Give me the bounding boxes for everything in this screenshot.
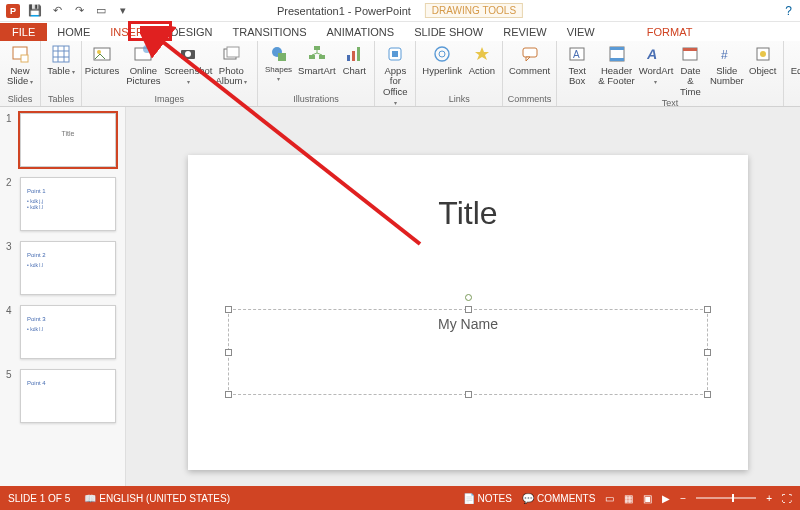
svg-rect-1 [21,55,28,62]
svg-text:A: A [573,49,580,60]
photo-album-button[interactable]: Photo Album [210,43,253,88]
slide-sorter-view-icon[interactable]: ▦ [624,493,633,504]
quick-access-toolbar: P 💾 ↶ ↷ ▭ ▾ [0,4,130,18]
comments-button[interactable]: 💬 COMMENTS [522,493,595,504]
svg-rect-36 [610,58,624,61]
zoom-slider[interactable] [696,497,756,499]
hyperlink-icon [432,44,452,64]
svg-point-28 [435,47,449,61]
shapes-button[interactable]: Shapes [262,43,296,85]
resize-handle[interactable] [704,306,711,313]
header-footer-button[interactable]: Header & Footer [595,43,638,88]
svg-rect-25 [357,47,360,61]
hyperlink-button[interactable]: Hyperlink [420,43,464,77]
screenshot-icon [178,44,198,64]
object-icon [753,44,773,64]
slide-editor[interactable]: Title My Name [126,107,800,486]
ribbon-group-images: Pictures Online Pictures Screenshot Phot… [82,41,258,106]
ribbon-group-illustrations: Shapes SmartArt Chart Illustrations [258,41,376,106]
title-bar: P 💾 ↶ ↷ ▭ ▾ Presentation1 - PowerPoint D… [0,0,800,22]
qat-dropdown-icon[interactable]: ▾ [116,4,130,18]
redo-icon[interactable]: ↷ [72,4,86,18]
thumbnail-slide-5[interactable]: Point 4 [20,369,116,423]
normal-view-icon[interactable]: ▭ [605,493,614,504]
wordart-icon: A [646,44,666,64]
tab-insert[interactable]: INSERT [100,23,160,41]
action-button[interactable]: Action [466,43,498,77]
table-button[interactable]: Table [45,43,77,77]
language-indicator[interactable]: 📖 ENGLISH (UNITED STATES) [84,493,230,504]
reading-view-icon[interactable]: ▣ [643,493,652,504]
slide-counter: SLIDE 1 OF 5 [8,493,70,504]
wordart-button[interactable]: A WordArt [640,43,672,88]
screenshot-button[interactable]: Screenshot [169,43,208,88]
apps-for-office-button[interactable]: Apps for Office [379,43,411,109]
text-box-button[interactable]: A Text Box [561,43,593,88]
tab-design[interactable]: DESIGN [160,23,222,41]
svg-point-10 [143,45,151,53]
ribbon-group-apps: Apps for Office Apps [375,41,416,106]
save-icon[interactable]: 💾 [28,4,42,18]
photo-album-icon [221,44,241,64]
pictures-button[interactable]: Pictures [86,43,118,77]
pictures-icon [92,44,112,64]
undo-icon[interactable]: ↶ [50,4,64,18]
resize-handle[interactable] [225,391,232,398]
ribbon-group-slides: New Slide Slides [0,41,41,106]
new-slide-button[interactable]: New Slide [4,43,36,88]
contextual-tab-label: DRAWING TOOLS [425,3,523,18]
slide-title-text[interactable]: Title [438,195,497,232]
tab-home[interactable]: HOME [47,23,100,41]
tab-animations[interactable]: ANIMATIONS [317,23,405,41]
thumbnail-slide-3[interactable]: Point 2• kdk l.l [20,241,116,295]
tab-slide-show[interactable]: SLIDE SHOW [404,23,493,41]
tab-transitions[interactable]: TRANSITIONS [223,23,317,41]
thumbnail-slide-1[interactable]: Title [20,113,116,167]
object-button[interactable]: Object [747,43,779,77]
resize-handle[interactable] [225,306,232,313]
tab-file[interactable]: FILE [0,23,47,41]
selected-textbox[interactable]: My Name [228,309,708,395]
fit-to-window-icon[interactable]: ⛶ [782,493,792,504]
thumbnail-slide-2[interactable]: Point 1• kdk j.j• kdk l.l [20,177,116,231]
zoom-in-icon[interactable]: + [766,493,772,504]
resize-handle[interactable] [225,349,232,356]
equation-button[interactable]: π Equation [788,43,800,88]
resize-handle[interactable] [465,391,472,398]
date-time-button[interactable]: Date & Time [674,43,707,98]
zoom-out-icon[interactable]: − [680,493,686,504]
help-icon[interactable]: ? [785,4,792,18]
powerpoint-logo-icon: P [6,4,20,18]
smartart-button[interactable]: SmartArt [297,43,336,77]
thumbnail-slide-4[interactable]: Point 3• kdk l.l [20,305,116,359]
resize-handle[interactable] [704,349,711,356]
online-pictures-button[interactable]: Online Pictures [120,43,167,88]
svg-marker-29 [475,47,489,60]
slide-number-icon: # [717,44,737,64]
svg-line-22 [317,53,322,55]
slideshow-view-icon[interactable]: ▶ [662,493,670,504]
slide-canvas[interactable]: Title My Name [188,155,748,470]
comment-button[interactable]: Comment [507,43,552,77]
resize-handle[interactable] [465,306,472,313]
svg-rect-18 [309,55,315,59]
svg-rect-24 [352,51,355,61]
rotate-handle-icon[interactable] [465,294,472,301]
textbox-content[interactable]: My Name [438,316,498,332]
svg-point-8 [97,50,101,54]
svg-text:#: # [721,48,728,62]
tab-format[interactable]: FORMAT [637,23,703,41]
ribbon-group-text: A Text Box Header & Footer A WordArt Dat… [557,41,784,106]
tab-review[interactable]: REVIEW [493,23,556,41]
svg-rect-17 [314,46,320,50]
tab-view[interactable]: VIEW [557,23,605,41]
resize-handle[interactable] [704,391,711,398]
svg-rect-27 [392,51,398,57]
start-slideshow-icon[interactable]: ▭ [94,4,108,18]
slide-number-button[interactable]: # Slide Number [709,43,745,88]
notes-button[interactable]: 📄 NOTES [463,493,512,504]
chart-button[interactable]: Chart [338,43,370,77]
svg-text:A: A [647,46,659,62]
svg-rect-39 [683,48,697,51]
svg-marker-31 [526,57,530,61]
